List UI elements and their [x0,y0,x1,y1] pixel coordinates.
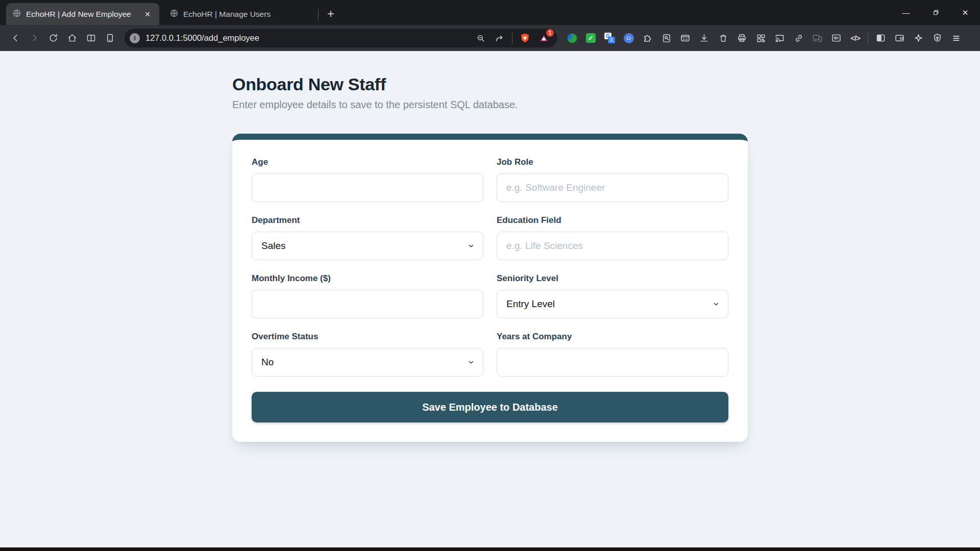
brave-shield-icon[interactable] [516,29,534,47]
home-extension-icon[interactable] [619,29,638,47]
url-text[interactable]: 127.0.0.1:5000/add_employee [145,33,471,43]
leo-ai-icon[interactable] [909,29,928,47]
page-search-icon[interactable] [657,29,676,47]
monthly-income-input[interactable] [252,290,483,318]
years-at-company-input[interactable] [497,348,728,377]
employee-form-card: Age Job Role Department Sales [232,134,748,442]
age-label: Age [252,157,483,167]
overtime-status-select[interactable]: No [252,348,483,377]
chevron-down-icon [468,242,475,249]
home-icon[interactable] [63,29,82,47]
tab-bar: EchoHR | Add New Employee ✕ EchoHR | Man… [0,0,980,25]
split-view-icon[interactable] [82,29,101,47]
extensions-puzzle-icon[interactable] [638,29,657,47]
page-viewport: Onboard New Staff Enter employee details… [0,51,980,547]
tab-close-icon[interactable]: ✕ [142,9,153,20]
seniority-level-select[interactable]: Entry Level [497,290,728,318]
chevron-down-icon [468,359,475,366]
chevron-down-icon [713,300,720,308]
tab-manage-users[interactable]: EchoHR | Manage Users [163,3,314,25]
field-overtime: Overtime Status No [252,332,483,377]
close-window-button[interactable]: ✕ [950,0,980,25]
page-subtitle: Enter employee details to save to the pe… [232,99,748,111]
devices-icon[interactable] [808,29,827,47]
taskbar-edge [0,547,980,551]
download-icon[interactable] [695,29,714,47]
field-seniority: Seniority Level Entry Level [497,273,728,318]
forward-icon[interactable] [25,29,44,47]
extension-triangle-icon[interactable]: 1 [534,29,553,47]
browser-window: EchoHR | Add New Employee ✕ EchoHR | Man… [0,0,980,551]
print-icon[interactable] [732,29,751,47]
vpn-shield-icon[interactable] [928,29,947,47]
page-content: Onboard New Staff Enter employee details… [232,51,748,442]
link-icon[interactable] [789,29,808,47]
field-monthly-income: Monthly Income ($) [252,273,483,318]
seniority-select-value: Entry Level [506,298,555,310]
education-field-input[interactable] [497,232,728,260]
field-education: Education Field [497,215,728,260]
tab-separator [318,9,318,20]
trash-icon[interactable] [714,29,732,47]
globe-favicon-icon [169,9,179,20]
screenshot-icon[interactable] [827,29,846,47]
tab-title: EchoHR | Add New Employee [26,10,137,19]
field-department: Department Sales [252,215,483,260]
menu-icon[interactable]: ≡ [947,29,966,47]
form-grid: Age Job Role Department Sales [252,157,728,377]
overtime-select-value: No [261,357,274,368]
field-age: Age [252,157,483,202]
overtime-status-label: Overtime Status [252,332,483,342]
site-info-icon[interactable]: i [130,33,140,43]
browser-toolbar: i 127.0.0.1:5000/add_employee 1 ✓ G文 [0,25,980,51]
job-role-input[interactable] [497,173,728,202]
department-label: Department [252,215,483,226]
seniority-level-label: Seniority Level [497,273,728,284]
checker-icon[interactable]: ✓ [581,29,600,47]
qr-code-icon[interactable] [751,29,770,47]
education-field-label: Education Field [497,215,728,226]
tab-add-new-employee[interactable]: EchoHR | Add New Employee ✕ [6,3,159,25]
field-job-role: Job Role [497,157,728,202]
payment-card-icon[interactable] [676,29,695,47]
cast-icon[interactable] [770,29,789,47]
field-years-at-company: Years at Company [497,332,728,377]
tab-title: EchoHR | Manage Users [183,10,308,19]
reading-panel-icon[interactable] [101,29,119,47]
reload-icon[interactable] [44,29,63,47]
back-icon[interactable] [6,29,25,47]
globe-favicon-icon [12,9,21,20]
restore-button[interactable] [921,0,950,25]
new-tab-button[interactable]: + [323,6,339,22]
translate-icon[interactable]: G文 [600,29,619,47]
save-employee-button[interactable]: Save Employee to Database [252,392,728,422]
code-icon[interactable]: </> [846,29,865,47]
zoom-out-icon[interactable] [471,29,490,47]
window-controls: — ✕ [891,0,980,25]
download-manager-icon[interactable] [562,29,581,47]
years-at-company-label: Years at Company [497,332,728,342]
job-role-label: Job Role [497,157,728,167]
department-select-value: Sales [261,240,286,252]
sidebar-icon[interactable] [871,29,890,47]
minimize-button[interactable]: — [891,0,921,25]
extension-badge: 1 [546,29,554,37]
toolbar-separator [868,33,868,44]
urlbar-separator [512,33,512,44]
share-icon[interactable] [490,29,509,47]
url-bar[interactable]: i 127.0.0.1:5000/add_employee 1 [125,29,557,47]
wallet-icon[interactable] [890,29,909,47]
age-input[interactable] [252,173,483,202]
page-title: Onboard New Staff [232,74,748,94]
department-select[interactable]: Sales [252,232,483,260]
monthly-income-label: Monthly Income ($) [252,273,483,284]
